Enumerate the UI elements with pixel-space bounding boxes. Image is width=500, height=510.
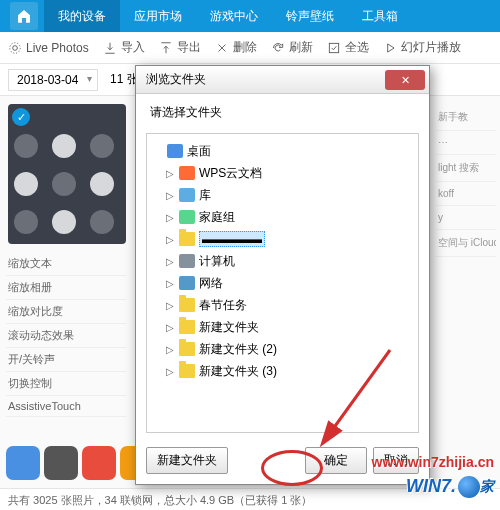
opt-2[interactable]: 缩放对比度	[6, 300, 126, 324]
svg-point-1	[10, 42, 21, 53]
tree-desktop[interactable]: 桌面	[187, 143, 211, 160]
dialog-prompt: 请选择文件夹	[136, 94, 429, 127]
live-photos-toggle[interactable]: Live Photos	[8, 41, 89, 55]
expander-icon[interactable]: ▷	[165, 212, 175, 223]
folder-icon	[179, 232, 195, 246]
right-pane: 新手教 ⋯ light 搜索 koff y 空间与 iCloud 用量	[436, 104, 496, 257]
opt-6[interactable]: AssistiveTouch	[6, 396, 126, 417]
rp-3[interactable]: koff	[436, 182, 496, 206]
tab-toolbox[interactable]: 工具箱	[348, 0, 412, 32]
ok-button[interactable]: 确定	[305, 447, 367, 474]
expander-icon[interactable]: ▷	[165, 234, 175, 245]
side-options: 缩放文本 缩放相册 缩放对比度 滚动动态效果 开/关铃声 切换控制 Assist…	[6, 252, 126, 417]
tree-f2[interactable]: 新建文件夹 (2)	[199, 341, 277, 358]
date-select[interactable]: 2018-03-04	[8, 69, 98, 91]
folder-icon	[179, 364, 195, 378]
browse-folder-dialog: 浏览文件夹 ✕ 请选择文件夹 桌面 ▷WPS云文档 ▷库 ▷家庭组 ▷▬▬▬▬▬…	[135, 65, 430, 485]
computer-icon	[179, 254, 195, 268]
opt-1[interactable]: 缩放相册	[6, 276, 126, 300]
folder-tree[interactable]: 桌面 ▷WPS云文档 ▷库 ▷家庭组 ▷▬▬▬▬▬ ▷计算机 ▷网络 ▷春节任务…	[146, 133, 419, 433]
folder-icon	[179, 320, 195, 334]
home-icon[interactable]	[10, 2, 38, 30]
rp-4[interactable]: y	[436, 206, 496, 230]
close-button[interactable]: ✕	[385, 70, 425, 90]
folder-icon	[179, 298, 195, 312]
library-icon	[179, 188, 195, 202]
tab-appstore[interactable]: 应用市场	[120, 0, 196, 32]
export-button[interactable]: 导出	[159, 39, 201, 56]
opt-3[interactable]: 滚动动态效果	[6, 324, 126, 348]
desktop-icon	[167, 144, 183, 158]
tab-ringtones[interactable]: 铃声壁纸	[272, 0, 348, 32]
tree-homegroup[interactable]: 家庭组	[199, 209, 235, 226]
tab-gamecenter[interactable]: 游戏中心	[196, 0, 272, 32]
opt-5[interactable]: 切换控制	[6, 372, 126, 396]
tree-task[interactable]: 春节任务	[199, 297, 247, 314]
tree-f3[interactable]: 新建文件夹 (3)	[199, 363, 277, 380]
new-folder-button[interactable]: 新建文件夹	[146, 447, 228, 474]
selectall-button[interactable]: 全选	[327, 39, 369, 56]
tab-device[interactable]: 我的设备	[44, 0, 120, 32]
expander-icon[interactable]: ▷	[165, 300, 175, 311]
photo-thumbnail[interactable]: ✓	[8, 104, 126, 244]
tree-pc[interactable]: 计算机	[199, 253, 235, 270]
opt-0[interactable]: 缩放文本	[6, 252, 126, 276]
tree-net[interactable]: 网络	[199, 275, 223, 292]
app-icon[interactable]	[44, 446, 78, 480]
app-row	[6, 446, 154, 480]
app-icon[interactable]	[82, 446, 116, 480]
slideshow-button[interactable]: 幻灯片播放	[383, 39, 461, 56]
import-button[interactable]: 导入	[103, 39, 145, 56]
rp-5[interactable]: 空间与 iCloud 用量	[436, 230, 496, 257]
wps-icon	[179, 166, 195, 180]
expander-icon[interactable]: ▷	[165, 366, 175, 377]
app-icon[interactable]	[6, 446, 40, 480]
rp-2[interactable]: light 搜索	[436, 155, 496, 182]
tree-lib[interactable]: 库	[199, 187, 211, 204]
check-icon[interactable]: ✓	[12, 108, 30, 126]
expander-icon[interactable]: ▷	[165, 190, 175, 201]
opt-4[interactable]: 开/关铃声	[6, 348, 126, 372]
tree-selected[interactable]: ▬▬▬▬▬	[199, 231, 265, 247]
expander-icon[interactable]: ▷	[165, 168, 175, 179]
folder-icon	[179, 342, 195, 356]
expander-icon[interactable]: ▷	[165, 278, 175, 289]
refresh-button[interactable]: 刷新	[271, 39, 313, 56]
expander-icon[interactable]: ▷	[165, 256, 175, 267]
svg-rect-2	[329, 43, 338, 52]
rp-1[interactable]: ⋯	[436, 131, 496, 155]
win7-logo: WIN7.家	[406, 476, 494, 498]
tree-f1[interactable]: 新建文件夹	[199, 319, 259, 336]
expander-icon[interactable]: ▷	[165, 344, 175, 355]
tree-wps[interactable]: WPS云文档	[199, 165, 262, 182]
delete-button[interactable]: 删除	[215, 39, 257, 56]
network-icon	[179, 276, 195, 290]
svg-point-0	[13, 45, 18, 50]
watermark-text: www.win7zhijia.cn	[372, 454, 494, 470]
rp-0[interactable]: 新手教	[436, 104, 496, 131]
expander-icon[interactable]: ▷	[165, 322, 175, 333]
homegroup-icon	[179, 210, 195, 224]
dialog-title: 浏览文件夹	[146, 71, 206, 88]
